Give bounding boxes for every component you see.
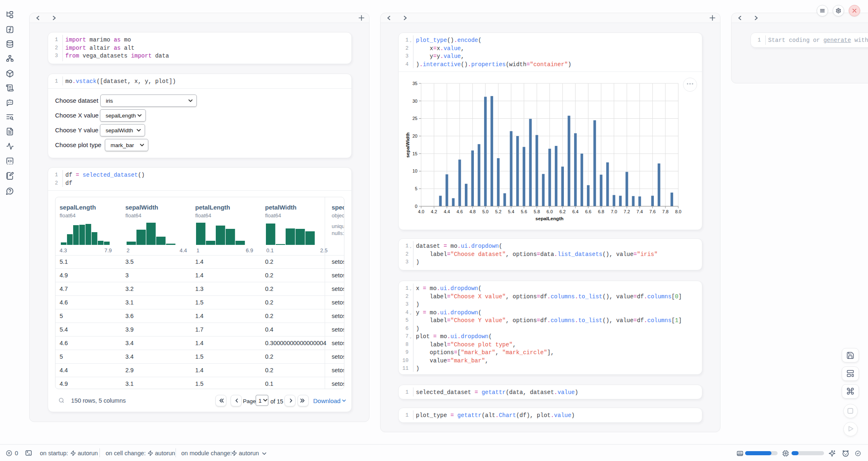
- svg-text:7.2: 7.2: [624, 209, 630, 214]
- svg-text:5.8: 5.8: [534, 209, 540, 214]
- svg-text:6.2: 6.2: [559, 209, 566, 214]
- svg-text:4.6: 4.6: [457, 209, 463, 214]
- svg-text:4.4: 4.4: [444, 209, 450, 214]
- svg-text:35: 35: [412, 81, 417, 86]
- svg-text:6.6: 6.6: [585, 209, 591, 214]
- svg-text:4.2: 4.2: [431, 209, 437, 214]
- svg-text:25: 25: [412, 116, 417, 121]
- svg-text:5.6: 5.6: [521, 209, 527, 214]
- svg-text:5.2: 5.2: [495, 209, 501, 214]
- svg-text:6.8: 6.8: [598, 209, 604, 214]
- svg-text:5.4: 5.4: [508, 209, 514, 214]
- svg-text:4.0: 4.0: [418, 209, 424, 214]
- svg-text:20: 20: [412, 134, 417, 138]
- svg-text:7.4: 7.4: [637, 209, 643, 214]
- svg-text:6.0: 6.0: [547, 209, 553, 214]
- svg-text:5: 5: [415, 186, 418, 191]
- svg-text:6.4: 6.4: [572, 209, 578, 214]
- svg-text:sepalLength: sepalLength: [536, 216, 563, 221]
- svg-text:30: 30: [412, 99, 417, 104]
- svg-text:0: 0: [415, 204, 418, 209]
- svg-text:7.8: 7.8: [662, 209, 668, 214]
- svg-text:10: 10: [412, 168, 417, 173]
- svg-text:4.8: 4.8: [469, 209, 476, 214]
- svg-text:15: 15: [412, 151, 417, 156]
- svg-text:7.0: 7.0: [611, 209, 617, 214]
- svg-text:8.0: 8.0: [675, 209, 681, 214]
- svg-text:5.0: 5.0: [482, 209, 488, 214]
- svg-text:7.6: 7.6: [649, 209, 656, 214]
- svg-text:sepalWidth: sepalWidth: [405, 132, 410, 158]
